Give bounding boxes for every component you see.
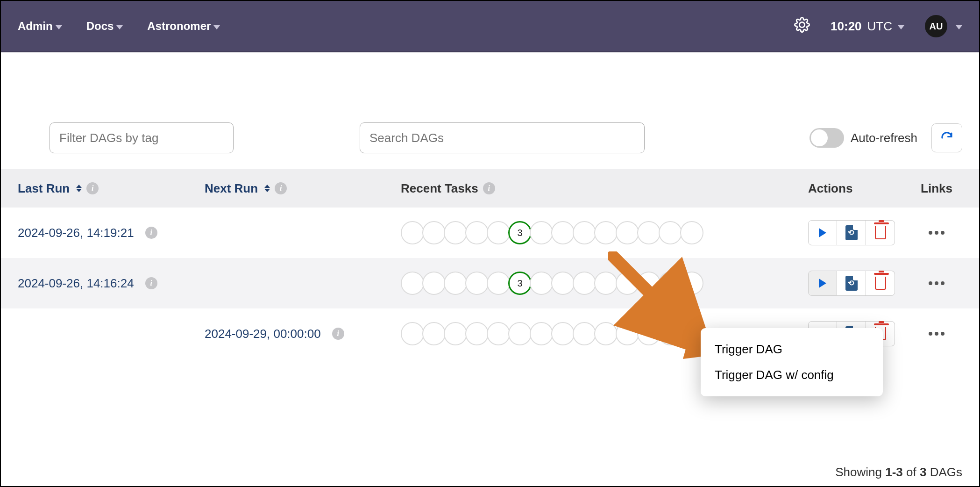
task-status-empty[interactable]: [594, 221, 618, 244]
cell-links[interactable]: [911, 332, 962, 336]
task-status-empty[interactable]: [594, 322, 618, 345]
task-status-empty[interactable]: [616, 322, 639, 345]
delete-dag-button[interactable]: [866, 220, 895, 245]
task-status-empty[interactable]: [401, 272, 424, 295]
nav-label: Docs: [86, 20, 114, 33]
refresh-dag-button[interactable]: [837, 220, 866, 245]
task-status-empty[interactable]: [422, 322, 446, 345]
settings-button[interactable]: [794, 17, 810, 36]
task-status-empty[interactable]: [573, 272, 596, 295]
delete-dag-button[interactable]: [866, 271, 895, 296]
task-status-empty[interactable]: [616, 272, 639, 295]
task-status-empty[interactable]: [487, 272, 510, 295]
task-status-empty[interactable]: [551, 322, 575, 345]
task-status-empty[interactable]: [530, 272, 553, 295]
info-icon[interactable]: i: [145, 277, 157, 289]
user-menu[interactable]: AU: [925, 15, 962, 37]
col-header-lastrun[interactable]: Last Run i: [18, 181, 205, 196]
toolbar: Auto-refresh: [1, 52, 979, 169]
task-status-success[interactable]: 3: [508, 221, 532, 244]
task-status-empty[interactable]: [659, 272, 682, 295]
footer-text: Showing: [835, 465, 885, 479]
task-status-empty[interactable]: [422, 272, 446, 295]
info-icon[interactable]: i: [86, 182, 99, 194]
nav-right: 10:20 UTC AU: [794, 15, 962, 37]
trigger-dag-button[interactable]: [808, 271, 837, 296]
task-status-empty[interactable]: [680, 322, 703, 345]
action-button-group: [808, 271, 911, 296]
task-status-empty[interactable]: [465, 272, 489, 295]
cell-recent-tasks: 3: [387, 221, 808, 244]
table-row: 2024-09-26, 14:19:21i3: [1, 208, 979, 258]
task-status-empty[interactable]: [551, 272, 575, 295]
nav-item-docs[interactable]: Docs: [86, 20, 123, 33]
task-status-empty[interactable]: [465, 322, 489, 345]
task-status-empty[interactable]: [444, 221, 467, 244]
task-status-empty[interactable]: [573, 322, 596, 345]
cell-links[interactable]: [911, 231, 962, 235]
task-status-empty[interactable]: [401, 221, 424, 244]
task-status-empty[interactable]: [530, 322, 553, 345]
trigger-dag-config-option[interactable]: Trigger DAG w/ config: [701, 362, 883, 388]
auto-refresh-label: Auto-refresh: [851, 131, 917, 145]
col-header-actions: Actions: [808, 181, 911, 196]
cell-links[interactable]: [911, 281, 962, 285]
task-status-empty[interactable]: [659, 221, 682, 244]
auto-refresh-toggle[interactable]: [810, 128, 844, 148]
refresh-doc-icon: [845, 276, 858, 291]
col-header-links: Links: [911, 181, 962, 196]
task-status-empty[interactable]: [680, 272, 703, 295]
cell-actions: [808, 220, 911, 245]
info-icon[interactable]: i: [483, 182, 495, 194]
task-status-empty[interactable]: [465, 221, 489, 244]
col-label: Next Run: [205, 181, 258, 196]
task-status-empty[interactable]: [508, 322, 532, 345]
lastrun-value[interactable]: 2024-09-26, 14:19:21: [18, 226, 134, 240]
info-icon[interactable]: i: [275, 182, 287, 194]
task-status-success[interactable]: 3: [508, 272, 532, 295]
time-zone: UTC: [867, 19, 892, 34]
avatar-initials: AU: [930, 21, 943, 32]
task-status-empty[interactable]: [573, 221, 596, 244]
info-icon[interactable]: i: [332, 328, 344, 340]
trash-icon: [875, 277, 886, 290]
search-dags-input[interactable]: [360, 122, 645, 153]
nav-item-admin[interactable]: Admin: [18, 20, 62, 33]
task-status-empty[interactable]: [422, 221, 446, 244]
task-status-empty[interactable]: [594, 272, 618, 295]
caret-down-icon: [116, 25, 123, 29]
lastrun-value[interactable]: 2024-09-26, 14:16:24: [18, 276, 134, 291]
nav-item-astronomer[interactable]: Astronomer: [147, 20, 220, 33]
filter-tags-input[interactable]: [50, 122, 234, 153]
timezone-selector[interactable]: 10:20 UTC: [831, 19, 904, 34]
refresh-dag-button[interactable]: [837, 271, 866, 296]
task-circles: 3: [401, 272, 703, 295]
task-status-empty[interactable]: [444, 272, 467, 295]
nextrun-value[interactable]: 2024-09-29, 00:00:00: [205, 327, 321, 341]
caret-down-icon: [956, 25, 962, 29]
task-status-empty[interactable]: [530, 221, 553, 244]
footer-total: 3: [920, 465, 926, 479]
task-status-empty[interactable]: [616, 221, 639, 244]
task-status-empty[interactable]: [659, 322, 682, 345]
task-status-empty[interactable]: [551, 221, 575, 244]
info-icon[interactable]: i: [145, 227, 157, 239]
task-status-empty[interactable]: [637, 272, 660, 295]
sort-icon: [264, 185, 270, 192]
task-status-empty[interactable]: [487, 221, 510, 244]
task-circles: 3: [401, 221, 703, 244]
pagination-summary: Showing 1-3 of 3 DAGs: [835, 465, 962, 480]
task-status-empty[interactable]: [401, 322, 424, 345]
table-header: Last Run i Next Run i Recent Tasks i Act…: [1, 169, 979, 208]
task-status-empty[interactable]: [444, 322, 467, 345]
refresh-button[interactable]: [931, 123, 962, 152]
footer-text: DAGs: [926, 465, 962, 479]
trigger-dag-button[interactable]: [808, 220, 837, 245]
task-status-empty[interactable]: [680, 221, 703, 244]
col-label: Last Run: [18, 181, 70, 196]
trigger-dag-option[interactable]: Trigger DAG: [701, 337, 883, 362]
task-status-empty[interactable]: [637, 221, 660, 244]
task-status-empty[interactable]: [637, 322, 660, 345]
task-status-empty[interactable]: [487, 322, 510, 345]
col-header-nextrun[interactable]: Next Run i: [205, 181, 387, 196]
